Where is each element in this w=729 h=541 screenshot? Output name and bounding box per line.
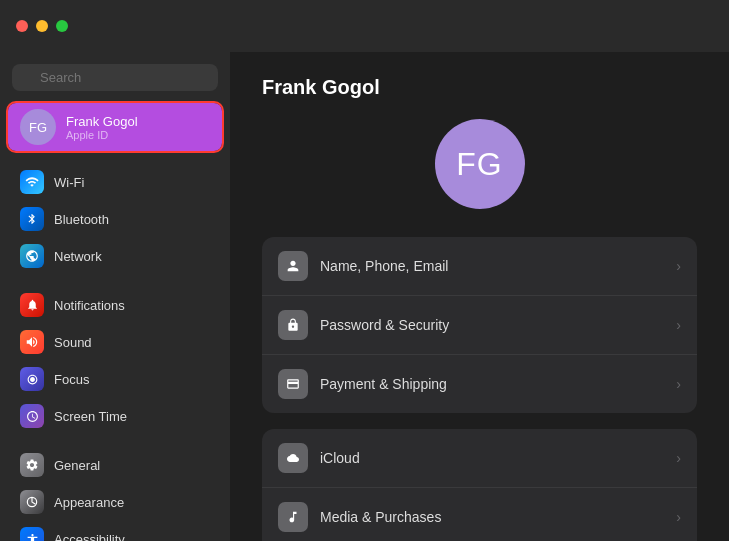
wifi-icon: [20, 170, 44, 194]
network-icon: [20, 244, 44, 268]
screentime-icon: [20, 404, 44, 428]
sidebar-item-network[interactable]: Network: [8, 238, 222, 274]
bluetooth-label: Bluetooth: [54, 212, 109, 227]
password-security-row[interactable]: Password & Security ›: [262, 296, 697, 355]
content-title: Frank Gogol: [262, 76, 697, 99]
name-phone-email-icon: [278, 251, 308, 281]
avatar-small: FG: [20, 109, 56, 145]
media-purchases-label: Media & Purchases: [320, 509, 658, 525]
sidebar-item-notifications[interactable]: Notifications: [8, 287, 222, 323]
media-purchases-chevron: ›: [676, 509, 681, 525]
sidebar-item-sound[interactable]: Sound: [8, 324, 222, 360]
password-security-chevron: ›: [676, 317, 681, 333]
sidebar-item-appearance[interactable]: Appearance: [8, 484, 222, 520]
bluetooth-icon: [20, 207, 44, 231]
user-avatar: FG: [435, 119, 525, 209]
avatar-container: FG: [262, 119, 697, 209]
icloud-label: iCloud: [320, 450, 658, 466]
sound-label: Sound: [54, 335, 92, 350]
icloud-chevron: ›: [676, 450, 681, 466]
media-purchases-icon: [278, 502, 308, 532]
sidebar: ⌕ FG Frank Gogol Apple ID Wi-Fi: [0, 52, 230, 541]
icloud-icon: [278, 443, 308, 473]
payment-shipping-chevron: ›: [676, 376, 681, 392]
name-phone-email-row[interactable]: Name, Phone, Email ›: [262, 237, 697, 296]
title-bar: [0, 0, 729, 52]
sidebar-item-user[interactable]: FG Frank Gogol Apple ID: [8, 103, 222, 151]
media-purchases-row[interactable]: Media & Purchases ›: [262, 488, 697, 541]
focus-icon: [20, 367, 44, 391]
sidebar-item-wifi[interactable]: Wi-Fi: [8, 164, 222, 200]
account-group: Name, Phone, Email › Password & Security…: [262, 237, 697, 413]
focus-label: Focus: [54, 372, 89, 387]
appearance-label: Appearance: [54, 495, 124, 510]
services-group: iCloud › Media & Purchases › Famil: [262, 429, 697, 541]
sidebar-item-general[interactable]: General: [8, 447, 222, 483]
main-layout: ⌕ FG Frank Gogol Apple ID Wi-Fi: [0, 52, 729, 541]
sidebar-item-accessibility[interactable]: Accessibility: [8, 521, 222, 541]
appearance-icon: [20, 490, 44, 514]
screentime-label: Screen Time: [54, 409, 127, 424]
user-info: Frank Gogol Apple ID: [66, 114, 138, 141]
wifi-label: Wi-Fi: [54, 175, 84, 190]
search-wrapper: ⌕: [12, 64, 218, 91]
maximize-button[interactable]: [56, 20, 68, 32]
accessibility-icon: [20, 527, 44, 541]
name-phone-email-chevron: ›: [676, 258, 681, 274]
network-label: Network: [54, 249, 102, 264]
user-sublabel: Apple ID: [66, 129, 138, 141]
user-name: Frank Gogol: [66, 114, 138, 129]
icloud-row[interactable]: iCloud ›: [262, 429, 697, 488]
payment-shipping-row[interactable]: Payment & Shipping ›: [262, 355, 697, 413]
sidebar-item-bluetooth[interactable]: Bluetooth: [8, 201, 222, 237]
name-phone-email-label: Name, Phone, Email: [320, 258, 658, 274]
sidebar-item-screentime[interactable]: Screen Time: [8, 398, 222, 434]
payment-shipping-icon: [278, 369, 308, 399]
minimize-button[interactable]: [36, 20, 48, 32]
search-input[interactable]: [12, 64, 218, 91]
general-label: General: [54, 458, 100, 473]
sound-icon: [20, 330, 44, 354]
payment-shipping-label: Payment & Shipping: [320, 376, 658, 392]
accessibility-label: Accessibility: [54, 532, 125, 542]
password-security-label: Password & Security: [320, 317, 658, 333]
search-container: ⌕: [12, 64, 218, 91]
password-security-icon: [278, 310, 308, 340]
sidebar-item-focus[interactable]: Focus: [8, 361, 222, 397]
notifications-label: Notifications: [54, 298, 125, 313]
content-area: Frank Gogol FG Name, Phone, Email ›: [230, 52, 729, 541]
general-icon: [20, 453, 44, 477]
notifications-icon: [20, 293, 44, 317]
close-button[interactable]: [16, 20, 28, 32]
